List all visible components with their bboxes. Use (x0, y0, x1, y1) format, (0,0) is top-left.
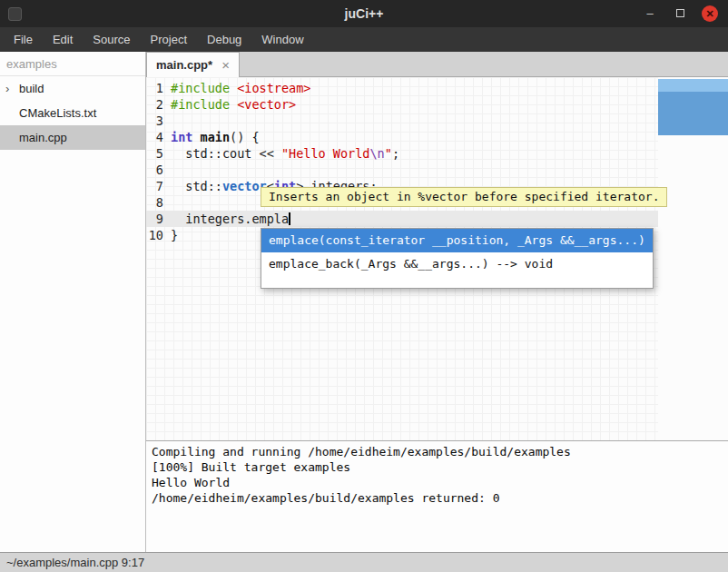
menu-project[interactable]: Project (141, 27, 197, 52)
line-number: 3 (146, 113, 171, 129)
file-tree: ›buildCMakeLists.txtmain.cpp (0, 76, 145, 150)
window-controls: – ✕ (642, 5, 728, 22)
app-window: juCi++ – ✕ FileEditSourceProjectDebugWin… (0, 0, 728, 572)
status-text: ~/examples/main.cpp 9:17 (6, 556, 144, 569)
menubar: FileEditSourceProjectDebugWindow (0, 27, 728, 52)
code-line: 4int main() { (146, 129, 658, 145)
sidebar: examples ›buildCMakeLists.txtmain.cpp (0, 52, 146, 552)
code-line: 9 integers.empla (146, 211, 658, 227)
output-line: Compiling and running /home/eidheim/exam… (152, 444, 723, 459)
titlebar: juCi++ – ✕ (0, 0, 728, 27)
line-number: 9 (146, 211, 171, 227)
menu-debug[interactable]: Debug (197, 27, 251, 52)
line-number: 1 (146, 80, 171, 96)
menu-window[interactable]: Window (251, 27, 313, 52)
line-code (171, 162, 658, 178)
code-line: 2#include <vector> (146, 96, 658, 113)
main-area: examples ›buildCMakeLists.txtmain.cpp ma… (0, 52, 728, 552)
app-icon (8, 7, 22, 21)
window-title: juCi++ (0, 6, 728, 21)
status-bar: ~/examples/main.cpp 9:17 (0, 552, 728, 572)
line-code: std::cout << "Hello World\n"; (171, 145, 658, 162)
code-line: 5 std::cout << "Hello World\n"; (146, 145, 658, 162)
line-number: 5 (146, 145, 171, 162)
output-console: Compiling and running /home/eidheim/exam… (146, 440, 728, 552)
line-number: 7 (146, 178, 171, 194)
code-line: 6 (146, 162, 658, 178)
overview-scrollbar[interactable] (658, 77, 728, 440)
code-line: 3 (146, 113, 658, 129)
tree-item-cmakelists-txt[interactable]: CMakeLists.txt (0, 101, 145, 125)
scroll-indicator[interactable] (658, 79, 728, 135)
line-number: 8 (146, 194, 171, 211)
output-line: /home/eidheim/examples/build/examples re… (152, 490, 723, 506)
editor-column: main.cpp* × 1#include <iostream>2#includ… (146, 52, 728, 552)
tree-item-label: main.cpp (19, 125, 67, 150)
menu-source[interactable]: Source (83, 27, 140, 52)
menu-edit[interactable]: Edit (43, 27, 83, 52)
sidebar-header: examples (0, 52, 145, 76)
line-number: 10 (146, 227, 171, 243)
tree-item-label: build (19, 76, 44, 101)
line-code: integers.empla (171, 211, 658, 227)
line-number: 6 (146, 162, 171, 178)
text-caret (289, 212, 290, 225)
tree-item-main-cpp[interactable]: main.cpp (0, 125, 145, 150)
tab-bar: main.cpp* × (146, 52, 728, 77)
line-number: 2 (146, 96, 171, 113)
tree-item-label: CMakeLists.txt (19, 101, 96, 125)
line-code (171, 113, 658, 129)
menu-file[interactable]: File (4, 27, 43, 52)
restore-icon (676, 9, 684, 17)
completion-item[interactable]: emplace_back(_Args &&__args...) --> void (261, 252, 653, 276)
tab-main-cpp[interactable]: main.cpp* × (146, 52, 240, 77)
line-code: #include <vector> (171, 96, 658, 113)
completion-popup: emplace(const_iterator __position, _Args… (261, 228, 654, 289)
tab-label: main.cpp* (156, 58, 212, 72)
line-code: #include <iostream> (171, 80, 658, 96)
tab-close-icon[interactable]: × (221, 58, 230, 72)
close-button[interactable]: ✕ (702, 5, 718, 22)
tree-item-build[interactable]: ›build (0, 76, 145, 101)
doc-tooltip: Inserts an object in %vector before spec… (261, 187, 667, 207)
chevron-right-icon[interactable]: › (5, 76, 19, 101)
restore-button[interactable] (672, 5, 688, 22)
completion-item[interactable]: emplace(const_iterator __position, _Args… (261, 229, 653, 252)
code-line: 1#include <iostream> (146, 80, 658, 96)
output-line: [100%] Built target examples (152, 459, 723, 475)
output-line: Hello World (152, 475, 723, 490)
line-code: int main() { (171, 129, 658, 145)
minimize-button[interactable]: – (642, 5, 658, 22)
editor[interactable]: 1#include <iostream>2#include <vector>34… (146, 77, 728, 440)
line-number: 4 (146, 129, 171, 145)
